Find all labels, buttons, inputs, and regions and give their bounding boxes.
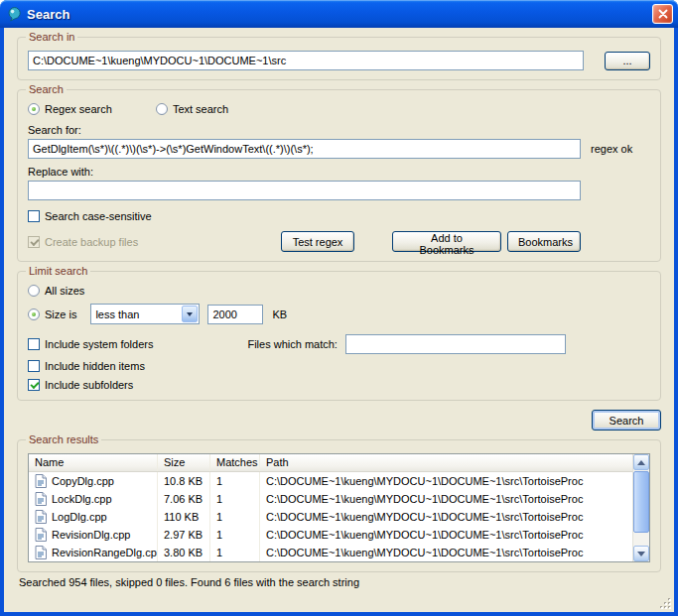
table-row[interactable]: CopyDlg.cpp 10.8 KB 1 C:\DOCUME~1\kueng\…	[29, 472, 632, 490]
radio-indicator	[156, 103, 168, 115]
column-header-matches[interactable]: Matches	[210, 454, 260, 471]
search-for-input[interactable]	[28, 139, 581, 159]
checkbox-box	[28, 338, 40, 350]
text-search-radio[interactable]: Text search	[156, 103, 228, 115]
regex-search-radio[interactable]: Regex search	[28, 103, 112, 115]
title-bar[interactable]: Search	[0, 0, 678, 28]
search-dialog-window: Search Search in ... Search Regex search	[0, 0, 678, 616]
replace-with-label: Replace with:	[28, 166, 650, 178]
result-name-cell: LogDlg.cpp	[29, 508, 158, 526]
search-button[interactable]: Search	[592, 410, 661, 431]
browse-button[interactable]: ...	[605, 52, 650, 70]
group-search-caption: Search	[26, 83, 67, 95]
checkbox-box	[28, 360, 40, 372]
search-for-label: Search for:	[28, 124, 650, 136]
result-matches-cell: 1	[210, 544, 260, 561]
radio-indicator	[28, 285, 40, 297]
result-size-cell: 110 KB	[158, 508, 210, 526]
result-matches-cell: 1	[210, 472, 260, 490]
all-sizes-radio[interactable]: All sizes	[28, 285, 84, 297]
close-button[interactable]	[652, 4, 673, 24]
result-name-cell: CopyDlg.cpp	[29, 472, 158, 490]
regex-status: regex ok	[591, 143, 632, 155]
regex-search-radio-label: Regex search	[45, 103, 112, 115]
arrow-up-icon	[637, 456, 645, 465]
file-icon	[35, 528, 47, 542]
include-hidden-items-label: Include hidden items	[45, 360, 145, 372]
bookmarks-button[interactable]: Bookmarks	[507, 231, 581, 252]
group-search-in: Search in ...	[17, 37, 661, 80]
size-value-input[interactable]	[207, 305, 263, 324]
window-title: Search	[27, 7, 69, 22]
result-size-cell: 7.06 KB	[158, 490, 210, 508]
table-row[interactable]: LockDlg.cpp 7.06 KB 1 C:\DOCUME~1\kueng\…	[29, 490, 632, 508]
column-header-size[interactable]: Size	[158, 454, 210, 471]
table-row[interactable]: RevisionRangeDlg.cpp 3.80 KB 1 C:\DOCUME…	[29, 544, 632, 561]
result-name-cell: RevisionDlg.cpp	[29, 526, 158, 544]
include-subfolders-checkbox[interactable]: Include subfolders	[28, 379, 133, 391]
column-header-name[interactable]: Name	[29, 454, 158, 471]
result-name-cell: LockDlg.cpp	[29, 490, 158, 508]
add-to-bookmarks-button[interactable]: Add to Bookmarks	[392, 231, 501, 252]
size-is-label: Size is	[45, 308, 76, 320]
case-sensitive-label: Search case-sensitive	[45, 210, 152, 222]
column-header-path[interactable]: Path	[260, 454, 632, 471]
scroll-thumb[interactable]	[633, 471, 649, 533]
include-hidden-items-checkbox[interactable]: Include hidden items	[28, 360, 145, 372]
case-sensitive-checkbox[interactable]: Search case-sensitive	[28, 210, 152, 222]
group-limit-caption: Limit search	[26, 265, 90, 277]
result-path-cell: C:\DOCUME~1\kueng\MYDOCU~1\DOCUME~1\src\…	[260, 508, 632, 526]
table-row[interactable]: LogDlg.cpp 110 KB 1 C:\DOCUME~1\kueng\MY…	[29, 508, 632, 526]
table-row[interactable]: RevisionDlg.cpp 2.97 KB 1 C:\DOCUME~1\ku…	[29, 526, 632, 544]
arrow-down-icon	[637, 552, 645, 560]
checkbox-box	[28, 236, 40, 248]
results-header: Name Size Matches Path	[29, 454, 632, 472]
file-icon	[35, 492, 47, 506]
group-results-caption: Search results	[26, 433, 101, 445]
size-comparison-value: less than	[95, 308, 139, 320]
group-search: Search Regex search Text search Search f…	[17, 89, 661, 262]
size-unit-label: KB	[272, 308, 287, 320]
include-subfolders-label: Include subfolders	[45, 379, 133, 391]
replace-with-input[interactable]	[28, 181, 581, 200]
radio-indicator	[28, 103, 40, 115]
file-icon	[35, 474, 47, 488]
status-text: Searched 954 files, skipped 0 files. Fou…	[19, 576, 659, 588]
scroll-up-button[interactable]	[633, 454, 649, 470]
include-system-folders-label: Include system folders	[45, 338, 153, 350]
result-size-cell: 10.8 KB	[158, 472, 210, 490]
file-icon	[35, 510, 47, 524]
result-size-cell: 3.80 KB	[158, 544, 210, 561]
files-which-match-label: Files which match:	[247, 338, 337, 350]
files-which-match-input[interactable]	[345, 334, 566, 354]
dialog-content: Search in ... Search Regex search Text s…	[4, 28, 674, 612]
group-search-in-caption: Search in	[26, 31, 77, 43]
app-icon	[6, 6, 22, 22]
close-icon	[658, 9, 668, 19]
search-in-path-input[interactable]	[28, 51, 584, 70]
test-regex-button[interactable]: Test regex	[281, 231, 354, 252]
chevron-down-icon	[182, 306, 198, 322]
result-path-cell: C:\DOCUME~1\kueng\MYDOCU~1\DOCUME~1\src\…	[260, 490, 632, 508]
resize-grip[interactable]	[659, 597, 672, 610]
results-list: Name Size Matches Path CopyDlg.cpp 10.8 …	[28, 453, 650, 562]
radio-indicator	[28, 308, 40, 320]
size-is-radio[interactable]: Size is	[28, 308, 76, 320]
result-matches-cell: 1	[210, 490, 260, 508]
text-search-radio-label: Text search	[173, 103, 228, 115]
result-matches-cell: 1	[210, 508, 260, 526]
all-sizes-label: All sizes	[45, 285, 84, 297]
size-comparison-select[interactable]: less than	[90, 304, 200, 324]
include-system-folders-checkbox[interactable]: Include system folders	[28, 338, 153, 350]
result-path-cell: C:\DOCUME~1\kueng\MYDOCU~1\DOCUME~1\src\…	[260, 544, 632, 561]
group-search-results: Search results Name Size Matches Path Co…	[17, 439, 661, 572]
checkbox-box	[28, 210, 40, 222]
file-icon	[35, 546, 47, 559]
scroll-down-button[interactable]	[633, 546, 649, 561]
group-limit-search: Limit search All sizes Size is less than…	[17, 271, 661, 401]
create-backup-checkbox: Create backup files	[28, 236, 138, 248]
results-rows: CopyDlg.cpp 10.8 KB 1 C:\DOCUME~1\kueng\…	[29, 472, 632, 561]
result-size-cell: 2.97 KB	[158, 526, 210, 544]
create-backup-label: Create backup files	[45, 236, 138, 248]
result-path-cell: C:\DOCUME~1\kueng\MYDOCU~1\DOCUME~1\src\…	[260, 472, 632, 490]
